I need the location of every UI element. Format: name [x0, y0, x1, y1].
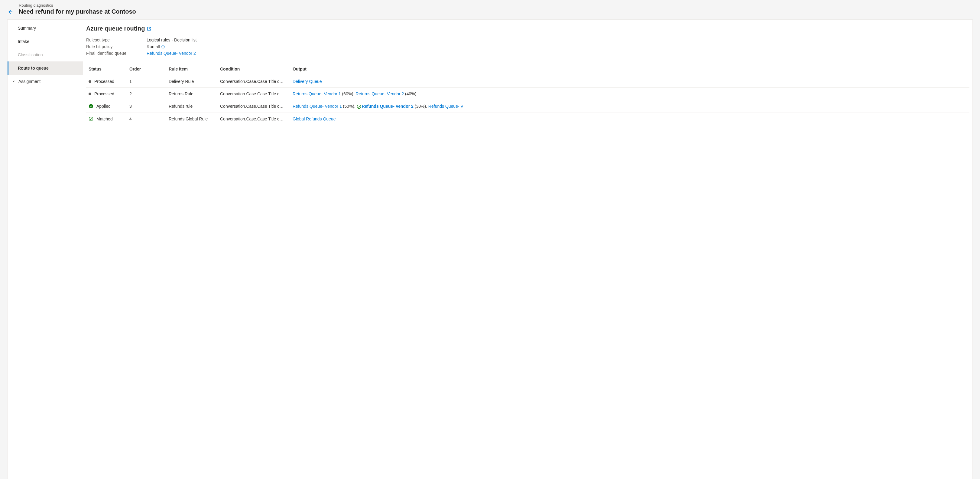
- output-link[interactable]: Refunds Queue- Vendor 1: [293, 104, 342, 109]
- condition-cell: Conversation.Case.Case Title c…: [218, 100, 290, 113]
- meta-row: Final identified queueRefunds Queue- Ven…: [86, 51, 969, 56]
- rules-table: StatusOrderRule itemConditionOutput Proc…: [86, 64, 969, 125]
- output-link[interactable]: Returns Queue- Vendor 1: [293, 91, 341, 96]
- back-arrow-icon[interactable]: [7, 9, 13, 14]
- meta-value: Logical rules - Decision list: [146, 38, 197, 42]
- sidebar-item-label: Route to queue: [18, 65, 49, 70]
- svg-point-1: [89, 104, 93, 109]
- sidebar-item-intake[interactable]: Intake: [8, 35, 83, 48]
- table-row[interactable]: Processed2Returns RuleConversation.Case.…: [86, 88, 969, 100]
- chevron-down-icon: [12, 79, 16, 84]
- info-icon[interactable]: [161, 45, 165, 49]
- sidebar-item-label: Intake: [18, 39, 29, 44]
- table-row[interactable]: Matched4Refunds Global RuleConversation.…: [86, 113, 969, 125]
- column-header[interactable]: Rule item: [166, 64, 218, 75]
- order-cell: 4: [127, 113, 166, 125]
- svg-point-2: [357, 105, 361, 109]
- sidebar-item-classification: Classification: [8, 48, 83, 61]
- page-title: Need refund for my purchase at Contoso: [19, 8, 136, 15]
- condition-cell: Conversation.Case.Case Title c…: [218, 113, 290, 125]
- output-link[interactable]: Returns Queue- Vendor 2: [356, 91, 404, 96]
- meta-label: Rule hit policy: [86, 44, 146, 49]
- status-text: Processed: [94, 79, 114, 84]
- meta-label: Ruleset type: [86, 38, 146, 42]
- main-pane: Azure queue routing Ruleset typeLogical …: [83, 20, 972, 479]
- svg-point-3: [89, 117, 93, 121]
- check-outline-icon: [357, 104, 361, 109]
- status-dot-icon: [89, 93, 91, 95]
- content-card: SummaryIntakeClassificationRoute to queu…: [7, 19, 973, 479]
- order-cell: 1: [127, 75, 166, 88]
- sidebar-item-summary[interactable]: Summary: [8, 21, 83, 35]
- meta-label: Final identified queue: [86, 51, 146, 56]
- topbar: Routing diagnostics Need refund for my p…: [0, 0, 980, 19]
- output-cell: Refunds Queue- Vendor 1 (50%), Refunds Q…: [290, 100, 969, 113]
- sidebar: SummaryIntakeClassificationRoute to queu…: [8, 20, 83, 479]
- sidebar-item-route-to-queue[interactable]: Route to queue: [8, 61, 83, 75]
- sidebar-item-label: Classification: [18, 52, 43, 57]
- output-cell: Global Refunds Queue: [290, 113, 969, 125]
- column-header[interactable]: Status: [86, 64, 127, 75]
- table-row[interactable]: Applied3Refunds ruleConversation.Case.Ca…: [86, 100, 969, 113]
- status-text: Applied: [96, 104, 111, 109]
- output-link-selected[interactable]: Refunds Queue- Vendor 2: [362, 104, 414, 109]
- output-cell: Returns Queue- Vendor 1 (60%), Returns Q…: [290, 88, 969, 100]
- sidebar-item-label: Summary: [18, 26, 36, 30]
- meta-row: Ruleset typeLogical rules - Decision lis…: [86, 38, 969, 42]
- meta-value: Run all: [146, 44, 165, 49]
- status-dot-icon: [89, 80, 91, 83]
- check-solid-icon: [89, 104, 94, 109]
- table-row[interactable]: Processed1Delivery RuleConversation.Case…: [86, 75, 969, 88]
- rule-item-cell: Delivery Rule: [166, 75, 218, 88]
- meta-row: Rule hit policyRun all: [86, 44, 969, 49]
- column-header[interactable]: Order: [127, 64, 166, 75]
- status-text: Matched: [96, 117, 113, 121]
- breadcrumb: Routing diagnostics: [19, 3, 136, 8]
- order-cell: 2: [127, 88, 166, 100]
- queue-link[interactable]: Refunds Queue- Vendor 2: [146, 51, 196, 56]
- rule-item-cell: Returns Rule: [166, 88, 218, 100]
- meta-value[interactable]: Refunds Queue- Vendor 2: [146, 51, 196, 56]
- rule-item-cell: Refunds rule: [166, 100, 218, 113]
- column-header[interactable]: Condition: [218, 64, 290, 75]
- sidebar-item-assignment[interactable]: Assignment: [8, 75, 83, 88]
- condition-cell: Conversation.Case.Case Title c…: [218, 88, 290, 100]
- check-outline-icon: [89, 117, 94, 121]
- column-header[interactable]: Output: [290, 64, 969, 75]
- output-link[interactable]: Delivery Queue: [293, 79, 322, 84]
- output-link[interactable]: Global Refunds Queue: [293, 117, 336, 121]
- condition-cell: Conversation.Case.Case Title c…: [218, 75, 290, 88]
- rule-item-cell: Refunds Global Rule: [166, 113, 218, 125]
- order-cell: 3: [127, 100, 166, 113]
- sidebar-item-label: Assignment: [18, 79, 40, 84]
- output-link[interactable]: Refunds Queue- V: [428, 104, 463, 109]
- status-text: Processed: [94, 91, 114, 96]
- output-cell: Delivery Queue: [290, 75, 969, 88]
- main-title: Azure queue routing: [86, 25, 145, 32]
- popout-icon[interactable]: [146, 26, 151, 31]
